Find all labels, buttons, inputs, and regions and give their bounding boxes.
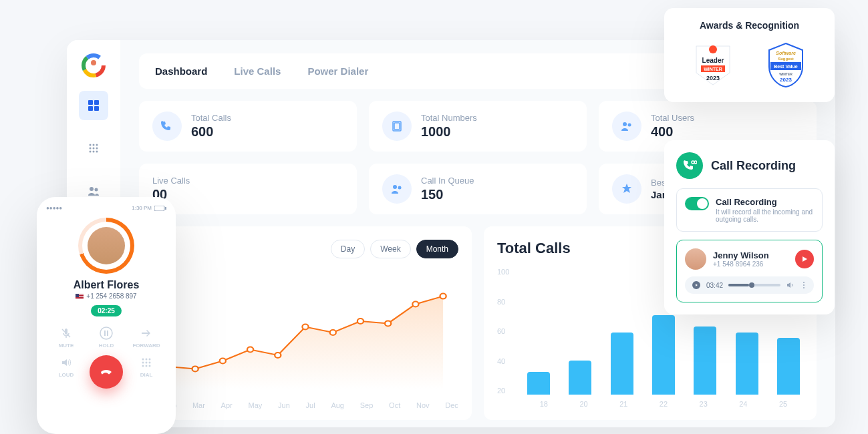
play-icon[interactable] [692, 280, 701, 290]
voicemail-icon [676, 152, 703, 179]
line-chart: bMarAprMayJunJulAugSepOctNovDec [152, 269, 458, 409]
xaxis-label: 24 [739, 400, 747, 408]
svg-text:Suggest: Suggest [778, 57, 794, 61]
xaxis-label: 21 [619, 400, 627, 408]
xaxis-label: 18 [540, 400, 548, 408]
awards-title: Awards & Recognition [676, 20, 823, 31]
svg-point-43 [146, 359, 148, 361]
tab-power-dialer[interactable]: Power Dialer [307, 65, 368, 77]
progress-bar[interactable] [728, 284, 780, 286]
mute-icon [59, 326, 74, 341]
svg-point-22 [623, 122, 627, 126]
phone-time: 1:30 PM [132, 205, 152, 211]
nav-dashboard-icon[interactable] [79, 91, 108, 120]
stat-label: Call In Queue [421, 176, 474, 186]
xaxis-label: Apr [221, 401, 233, 409]
chart-title: Total Calls [497, 240, 571, 257]
xaxis-label: Mar [192, 401, 205, 409]
bar [736, 333, 758, 395]
xaxis-label: 20 [579, 400, 587, 408]
svg-point-46 [146, 362, 148, 364]
dialpad-icon [139, 355, 154, 370]
users-icon [612, 112, 641, 141]
volume-icon[interactable] [786, 280, 795, 290]
svg-point-28 [220, 359, 226, 364]
battery-icon [154, 206, 166, 211]
svg-point-35 [412, 302, 418, 307]
bar [652, 315, 675, 395]
stat-label: Total Numbers [421, 113, 477, 123]
xaxis-label: 22 [660, 400, 668, 408]
svg-point-66 [803, 284, 805, 286]
call-recording-panel: Call Recording Call Recording It will re… [664, 140, 835, 314]
svg-rect-5 [88, 100, 93, 105]
svg-point-4 [91, 60, 96, 65]
svg-text:Best Value: Best Value [774, 64, 799, 69]
xaxis-label: Jun [278, 401, 290, 409]
segment-week[interactable]: Week [370, 240, 410, 258]
svg-point-29 [247, 347, 253, 353]
tab-live-calls[interactable]: Live Calls [234, 65, 281, 77]
forward-button[interactable]: FORWARD [126, 326, 166, 349]
svg-point-27 [192, 366, 198, 371]
xaxis-label: Oct [389, 401, 400, 409]
hangup-icon [90, 355, 123, 389]
svg-point-23 [628, 124, 631, 127]
audio-player[interactable]: 03:42 [685, 276, 814, 294]
bar [694, 327, 716, 395]
segment-day[interactable]: Day [331, 240, 365, 258]
avatar-progress-ring [78, 218, 134, 274]
stat-label: Live Calls [152, 176, 190, 186]
segment-month[interactable]: Month [416, 240, 458, 258]
bar [611, 333, 633, 395]
mute-button[interactable]: MUTE [46, 326, 86, 349]
play-button[interactable] [795, 250, 814, 268]
app-logo [82, 53, 106, 77]
stat-value: 150 [421, 187, 474, 202]
caller-name: Albert Flores [74, 279, 140, 291]
svg-point-12 [90, 148, 92, 150]
caller-number: +1 254 2658 897 [76, 292, 136, 300]
svg-rect-40 [104, 331, 106, 336]
call-timer: 02:25 [91, 305, 122, 316]
svg-rect-38 [165, 207, 166, 210]
svg-text:2023: 2023 [706, 75, 720, 81]
person-name: Jenny Wilson [713, 250, 769, 260]
toggle-description: It will record all the incoming and outg… [716, 208, 814, 223]
recording-toggle-card: Call Recording It will record all the in… [676, 188, 823, 232]
svg-point-45 [142, 362, 144, 364]
more-icon[interactable] [801, 280, 807, 290]
hold-button[interactable]: HOLD [86, 326, 126, 349]
svg-point-10 [93, 144, 95, 146]
line-chart-panel: es Day Week Month bMarAprMayJunJulAugSep… [139, 226, 472, 420]
stat-total-numbers: Total Numbers 1000 [369, 101, 587, 152]
svg-point-24 [393, 185, 397, 189]
svg-point-15 [90, 151, 92, 153]
pause-icon [99, 326, 114, 341]
time-segment: Day Week Month [331, 240, 458, 258]
dial-button[interactable]: DIAL [126, 355, 166, 389]
recording-toggle[interactable] [685, 197, 709, 210]
toggle-title: Call Recording [716, 197, 814, 207]
forward-icon [139, 326, 154, 341]
svg-point-14 [96, 148, 98, 150]
yaxis-label: 40 [497, 357, 517, 365]
svg-text:WINTER: WINTER [704, 67, 722, 71]
hangup-button[interactable] [86, 355, 126, 389]
tab-dashboard[interactable]: Dashboard [155, 65, 207, 77]
yaxis-label: 100 [497, 268, 517, 276]
svg-point-49 [146, 365, 148, 367]
xaxis-label: Dec [445, 401, 458, 409]
stat-value: 400 [651, 124, 694, 140]
svg-point-34 [385, 320, 391, 326]
svg-rect-37 [154, 206, 164, 211]
best-value-badge: Software Suggest Best Value WINTER 2023 [762, 40, 809, 90]
bar [777, 338, 800, 395]
loud-button[interactable]: LOUD [46, 355, 86, 389]
us-flag-icon [76, 294, 84, 299]
phone-signal: ●●●●● [46, 205, 62, 211]
nav-dialpad-icon[interactable] [79, 134, 108, 163]
person-number: +1 548 8964 236 [713, 260, 769, 268]
svg-rect-7 [88, 106, 93, 111]
svg-point-50 [149, 365, 151, 367]
